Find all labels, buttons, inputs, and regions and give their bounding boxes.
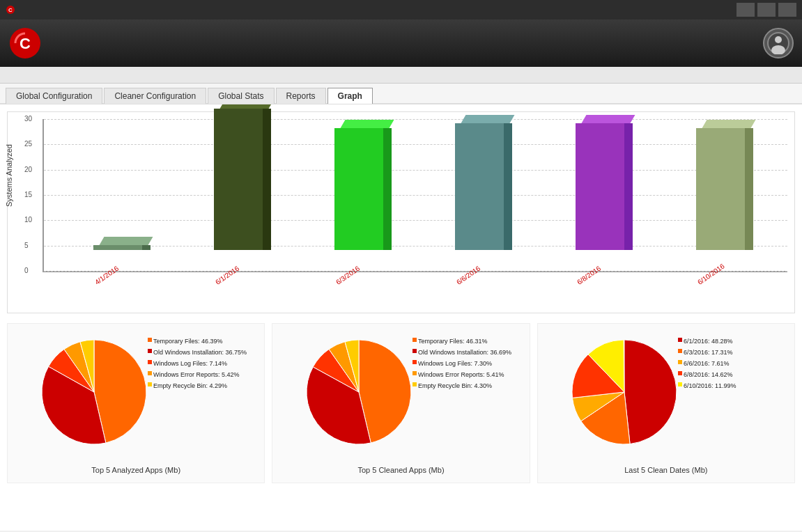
maximize-button[interactable] bbox=[757, 3, 776, 17]
bar-label: 6/10/2016 bbox=[696, 262, 726, 286]
chart-area: 3025201510504/1/20166/1/20166/3/20166/6/… bbox=[43, 119, 787, 272]
app-icon: C bbox=[6, 5, 15, 15]
pie-chart-2: 6/1/2016: 48.28%6/3/2016: 17.31%6/6/2016… bbox=[537, 323, 795, 483]
svg-text:C: C bbox=[8, 7, 13, 13]
grid-label: 30 bbox=[24, 115, 32, 123]
svg-rect-19 bbox=[678, 360, 682, 364]
legend-text: Empty Recycle Bin: 4.29% bbox=[153, 382, 227, 389]
svg-rect-14 bbox=[412, 360, 417, 364]
pie-svg: Temporary Files: 46.31%Old Windows Insta… bbox=[289, 329, 512, 462]
tab-graph[interactable]: Graph bbox=[327, 88, 373, 104]
pie-slice bbox=[624, 340, 677, 444]
legend-text: Windows Error Reports: 5.41% bbox=[418, 371, 504, 378]
svg-rect-17 bbox=[678, 338, 682, 342]
grid-label: 5 bbox=[24, 242, 29, 249]
bar-label: 6/6/2016 bbox=[455, 265, 481, 286]
close-button[interactable] bbox=[778, 3, 796, 17]
svg-rect-21 bbox=[678, 382, 682, 386]
grid-line: 0 bbox=[44, 271, 787, 272]
legend-text: Temporary Files: 46.31% bbox=[418, 338, 488, 345]
bar-label: 4/1/2016 bbox=[93, 265, 120, 286]
pie-chart-title: Last 5 Clean Dates (Mb) bbox=[624, 466, 707, 474]
pie-chart-0: Temporary Files: 46.39%Old Windows Insta… bbox=[7, 323, 265, 483]
bar-group: 6/3/2016 bbox=[334, 128, 383, 271]
pie-svg: Temporary Files: 46.39%Old Windows Insta… bbox=[24, 329, 247, 462]
bar-label: 6/3/2016 bbox=[334, 265, 361, 286]
svg-rect-10 bbox=[148, 371, 152, 375]
grid-label: 15 bbox=[24, 191, 32, 198]
legend-text: 6/1/2016: 48.28% bbox=[684, 338, 733, 345]
legend-text: Windows Error Reports: 5.42% bbox=[153, 371, 240, 378]
legend-text: Old Windows Installation: 36.75% bbox=[153, 349, 247, 356]
legend-text: Windows Log Files: 7.30% bbox=[418, 360, 492, 367]
svg-rect-16 bbox=[412, 382, 417, 386]
bar-group: 6/8/2016 bbox=[576, 123, 624, 271]
pie-charts-row: Temporary Files: 46.39%Old Windows Insta… bbox=[7, 323, 795, 483]
svg-rect-7 bbox=[148, 338, 152, 342]
legend-text: Windows Log Files: 7.14% bbox=[153, 360, 227, 367]
pie-chart-1: Temporary Files: 46.31%Old Windows Insta… bbox=[272, 323, 530, 483]
title-bar: C bbox=[0, 0, 802, 19]
svg-rect-12 bbox=[412, 338, 417, 342]
legend-text: 6/6/2016: 7.61% bbox=[684, 360, 730, 367]
main-content: Systems Analyzed 3025201510504/1/20166/1… bbox=[0, 104, 802, 531]
bar-label: 6/8/2016 bbox=[576, 265, 602, 286]
version-bar bbox=[0, 67, 802, 84]
svg-point-5 bbox=[775, 36, 782, 43]
pie-chart-title: Top 5 Cleaned Apps (Mb) bbox=[357, 466, 444, 474]
pie-chart-title: Top 5 Analyzed Apps (Mb) bbox=[91, 466, 180, 474]
svg-rect-18 bbox=[678, 349, 682, 353]
legend-text: 6/10/2016: 11.99% bbox=[684, 382, 737, 389]
tab-global-config[interactable]: Global Configuration bbox=[6, 88, 102, 104]
ccleaner-logo: C bbox=[8, 26, 42, 60]
legend-text: Empty Recycle Bin: 4.30% bbox=[418, 382, 492, 389]
svg-rect-13 bbox=[412, 349, 417, 353]
app-header: C bbox=[0, 19, 802, 67]
tab-global-stats[interactable]: Global Stats bbox=[208, 88, 274, 104]
window-controls[interactable] bbox=[737, 3, 796, 17]
legend-text: Temporary Files: 46.39% bbox=[153, 338, 223, 345]
bar-label: 6/1/2016 bbox=[214, 265, 240, 286]
bar-group: 6/1/2016 bbox=[214, 109, 263, 271]
grid-label: 0 bbox=[24, 267, 29, 274]
legend-text: 6/3/2016: 17.31% bbox=[684, 349, 733, 356]
svg-rect-15 bbox=[412, 371, 417, 375]
bar-group: 6/10/2016 bbox=[696, 128, 745, 271]
y-axis-label: Systems Analyzed bbox=[5, 144, 13, 207]
grid-label: 25 bbox=[24, 140, 32, 148]
legend-text: 6/8/2016: 14.62% bbox=[684, 371, 733, 378]
grid-label: 10 bbox=[24, 216, 32, 224]
svg-rect-9 bbox=[148, 360, 152, 364]
bar-chart-container: Systems Analyzed 3025201510504/1/20166/1… bbox=[7, 111, 795, 313]
avatar-icon bbox=[763, 28, 794, 58]
svg-rect-20 bbox=[678, 371, 682, 375]
legend-text: Old Windows Installation: 36.69% bbox=[418, 349, 511, 356]
tab-reports[interactable]: Reports bbox=[276, 88, 326, 104]
tab-cleaner-config[interactable]: Cleaner Configuration bbox=[104, 88, 206, 104]
svg-text:C: C bbox=[20, 35, 31, 52]
pie-svg: 6/1/2016: 48.28%6/3/2016: 17.31%6/6/2016… bbox=[555, 329, 778, 462]
svg-rect-11 bbox=[148, 382, 152, 386]
bar-group: 6/6/2016 bbox=[455, 123, 504, 271]
svg-rect-8 bbox=[148, 349, 152, 353]
grid-label: 20 bbox=[24, 166, 32, 173]
bar-group: 4/1/2016 bbox=[93, 245, 142, 271]
tabs-bar[interactable]: Global ConfigurationCleaner Configuratio… bbox=[0, 84, 802, 104]
bars-wrapper: 4/1/20166/1/20166/3/20166/6/20166/8/2016… bbox=[58, 119, 780, 271]
minimize-button[interactable] bbox=[737, 3, 755, 17]
